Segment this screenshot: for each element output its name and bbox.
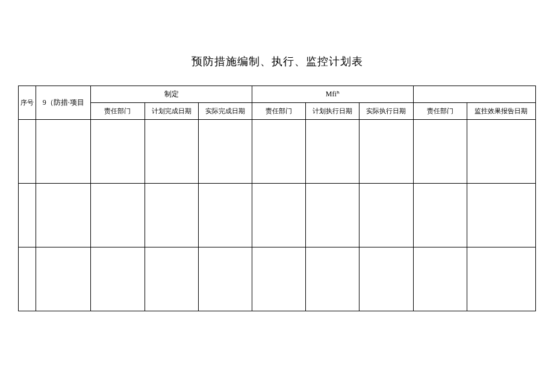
header-dept1: 责任部门 bbox=[91, 103, 145, 120]
cell-monitor-report-date bbox=[467, 247, 535, 311]
cell-actual-exec-date bbox=[359, 247, 413, 311]
cell-seq bbox=[19, 184, 36, 247]
header-plan-complete-date: 计划完成日期 bbox=[145, 103, 198, 120]
cell-plan-complete-date bbox=[145, 184, 198, 247]
cell-actual-complete-date bbox=[198, 184, 252, 247]
header-dept2: 责任部门 bbox=[252, 103, 305, 120]
cell-dept2 bbox=[252, 184, 305, 247]
cell-actual-complete-date bbox=[198, 247, 252, 311]
table-group-header-row: 序号 9（防措·项目 制定 Mfiʰ bbox=[19, 86, 536, 103]
header-group-monitor bbox=[413, 86, 535, 103]
document-title: 预防措施编制、执行、监控计划表 bbox=[18, 54, 536, 69]
cell-monitor-report-date bbox=[467, 184, 535, 247]
cell-actual-complete-date bbox=[198, 120, 252, 184]
header-monitor-report-date: 监拄效果报告日期 bbox=[467, 103, 535, 120]
header-group-execute: Mfiʰ bbox=[252, 86, 413, 103]
cell-plan-exec-date bbox=[306, 184, 359, 247]
table-row bbox=[19, 247, 536, 311]
cell-project bbox=[36, 184, 91, 247]
cell-dept2 bbox=[252, 120, 305, 184]
cell-seq bbox=[19, 120, 36, 184]
header-seq: 序号 bbox=[19, 86, 36, 120]
header-actual-complete-date: 实际完成日期 bbox=[198, 103, 252, 120]
table-sub-header-row: 责任部门 计划完成日期 实际完成日期 责任部门 计划执行日期 实际执行日期 责任… bbox=[19, 103, 536, 120]
cell-dept1 bbox=[91, 184, 145, 247]
table-row bbox=[19, 120, 536, 184]
cell-plan-exec-date bbox=[306, 120, 359, 184]
cell-plan-complete-date bbox=[145, 247, 198, 311]
cell-seq bbox=[19, 247, 36, 311]
cell-plan-exec-date bbox=[306, 247, 359, 311]
plan-table: 序号 9（防措·项目 制定 Mfiʰ 责任部门 计划完成日期 实际完成日期 责任… bbox=[18, 86, 536, 311]
header-group-formulate: 制定 bbox=[91, 86, 252, 103]
cell-dept2 bbox=[252, 247, 305, 311]
cell-project bbox=[36, 120, 91, 184]
cell-actual-exec-date bbox=[359, 184, 413, 247]
cell-dept1 bbox=[91, 247, 145, 311]
header-actual-exec-date: 实际执行日期 bbox=[359, 103, 413, 120]
cell-actual-exec-date bbox=[359, 120, 413, 184]
cell-plan-complete-date bbox=[145, 120, 198, 184]
cell-monitor-report-date bbox=[467, 120, 535, 184]
header-dept3: 责任部门 bbox=[413, 103, 467, 120]
cell-dept3 bbox=[413, 184, 467, 247]
header-plan-exec-date: 计划执行日期 bbox=[306, 103, 359, 120]
cell-dept3 bbox=[413, 247, 467, 311]
cell-project bbox=[36, 247, 91, 311]
cell-dept3 bbox=[413, 120, 467, 184]
document-page: 预防措施编制、执行、监控计划表 序号 9（防措·项目 制定 Mfiʰ 责任部门 bbox=[0, 0, 554, 329]
table-row bbox=[19, 184, 536, 247]
cell-dept1 bbox=[91, 120, 145, 184]
header-project: 9（防措·项目 bbox=[36, 86, 91, 120]
